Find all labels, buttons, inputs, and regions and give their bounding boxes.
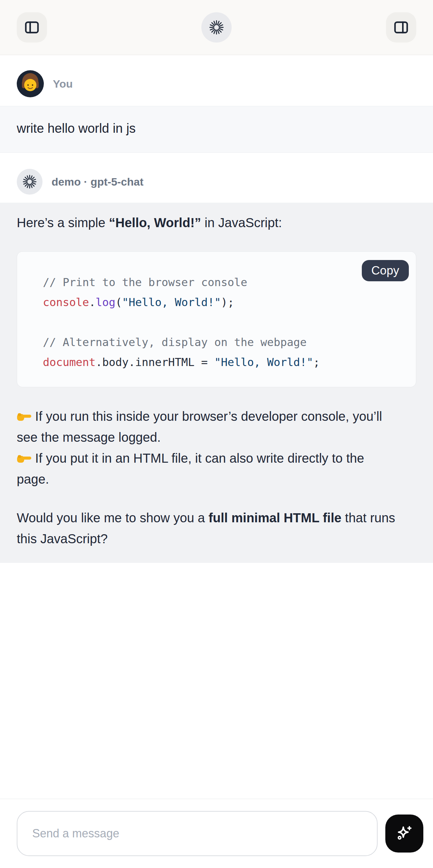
assistant-intro-text: Here’s a simple “Hello, World!” in JavaS…	[17, 212, 416, 233]
panel-left-icon	[23, 19, 40, 36]
assistant-message-bubble: Here’s a simple “Hello, World!” in JavaS…	[0, 203, 433, 563]
composer-bar	[0, 799, 433, 868]
send-button[interactable]	[385, 814, 423, 852]
right-panel-toggle-button[interactable]	[386, 12, 416, 42]
user-author-label: You	[53, 78, 73, 90]
code-content: // Print to the browser consoleconsole.l…	[43, 272, 403, 372]
assistant-pointers: If you run this inside your browser’s de…	[17, 406, 416, 490]
user-message-header: You	[0, 55, 433, 106]
pointer-line: If you run this inside your browser’s de…	[17, 406, 416, 448]
brand-button[interactable]	[202, 12, 231, 42]
code-line	[43, 312, 403, 332]
sidebar-toggle-button[interactable]	[17, 12, 47, 42]
code-line: console.log("Hello, World!");	[43, 292, 403, 312]
person-emoji	[17, 70, 44, 97]
sparkle-icon	[394, 823, 415, 844]
assistant-followup-text: Would you like me to show you a full min…	[17, 507, 416, 549]
pointer-line: If you put it in an HTML file, it can al…	[17, 448, 416, 490]
pointing-right-emoji	[17, 453, 32, 465]
code-line: // Print to the browser console	[43, 272, 403, 292]
top-bar	[0, 0, 433, 55]
panel-right-icon	[393, 19, 410, 36]
user-message-bubble: write hello world in js	[0, 106, 433, 153]
assistant-avatar	[17, 169, 42, 195]
starburst-icon	[209, 20, 224, 35]
user-message-text: write hello world in js	[17, 121, 136, 135]
assistant-message-header: demo · gpt-5-chat	[0, 153, 433, 203]
message-input[interactable]	[17, 811, 378, 856]
pointing-right-emoji	[17, 410, 32, 423]
copy-button[interactable]: Copy	[362, 260, 409, 281]
chat-scroll-area: You write hello world in js demo · gpt-5…	[0, 55, 433, 563]
code-line: // Alternatively, display on the webpage	[43, 332, 403, 352]
starburst-icon	[23, 175, 37, 189]
user-avatar	[17, 70, 44, 97]
assistant-author-label: demo · gpt-5-chat	[52, 176, 143, 188]
code-line: document.body.innerHTML = "Hello, World!…	[43, 352, 403, 372]
code-block: Copy // Print to the browser consolecons…	[17, 251, 416, 387]
